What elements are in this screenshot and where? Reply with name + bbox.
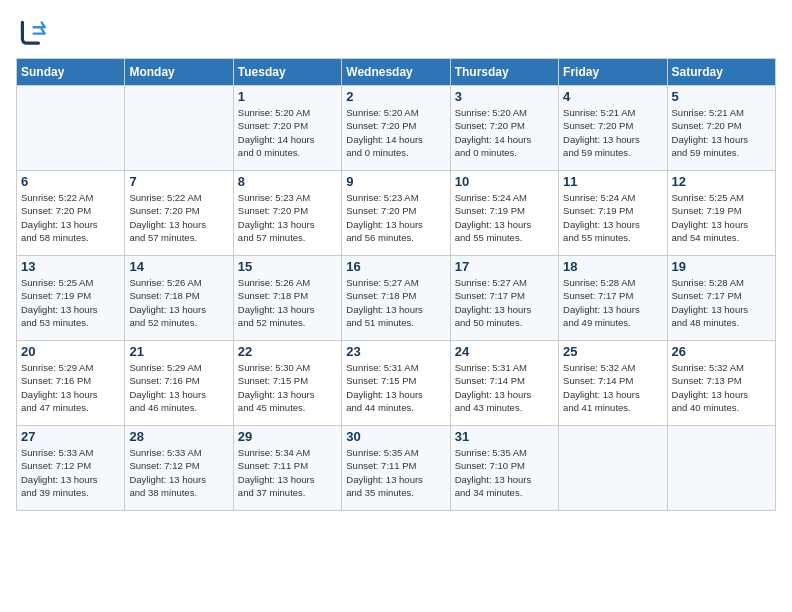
day-number: 4 bbox=[563, 89, 662, 104]
calendar-cell: 15Sunrise: 5:26 AMSunset: 7:18 PMDayligh… bbox=[233, 256, 341, 341]
day-info: Sunrise: 5:29 AMSunset: 7:16 PMDaylight:… bbox=[21, 361, 120, 414]
day-info: Sunrise: 5:28 AMSunset: 7:17 PMDaylight:… bbox=[563, 276, 662, 329]
day-number: 3 bbox=[455, 89, 554, 104]
calendar-cell: 4Sunrise: 5:21 AMSunset: 7:20 PMDaylight… bbox=[559, 86, 667, 171]
header-thursday: Thursday bbox=[450, 59, 558, 86]
calendar-cell: 2Sunrise: 5:20 AMSunset: 7:20 PMDaylight… bbox=[342, 86, 450, 171]
day-info: Sunrise: 5:32 AMSunset: 7:14 PMDaylight:… bbox=[563, 361, 662, 414]
calendar-cell: 9Sunrise: 5:23 AMSunset: 7:20 PMDaylight… bbox=[342, 171, 450, 256]
calendar-cell: 31Sunrise: 5:35 AMSunset: 7:10 PMDayligh… bbox=[450, 426, 558, 511]
day-info: Sunrise: 5:24 AMSunset: 7:19 PMDaylight:… bbox=[563, 191, 662, 244]
day-number: 15 bbox=[238, 259, 337, 274]
day-info: Sunrise: 5:20 AMSunset: 7:20 PMDaylight:… bbox=[346, 106, 445, 159]
day-info: Sunrise: 5:25 AMSunset: 7:19 PMDaylight:… bbox=[672, 191, 771, 244]
day-number: 17 bbox=[455, 259, 554, 274]
week-row-5: 27Sunrise: 5:33 AMSunset: 7:12 PMDayligh… bbox=[17, 426, 776, 511]
day-number: 31 bbox=[455, 429, 554, 444]
week-row-3: 13Sunrise: 5:25 AMSunset: 7:19 PMDayligh… bbox=[17, 256, 776, 341]
day-info: Sunrise: 5:35 AMSunset: 7:11 PMDaylight:… bbox=[346, 446, 445, 499]
day-info: Sunrise: 5:27 AMSunset: 7:18 PMDaylight:… bbox=[346, 276, 445, 329]
day-info: Sunrise: 5:25 AMSunset: 7:19 PMDaylight:… bbox=[21, 276, 120, 329]
day-number: 16 bbox=[346, 259, 445, 274]
header-sunday: Sunday bbox=[17, 59, 125, 86]
day-info: Sunrise: 5:23 AMSunset: 7:20 PMDaylight:… bbox=[346, 191, 445, 244]
day-info: Sunrise: 5:21 AMSunset: 7:20 PMDaylight:… bbox=[672, 106, 771, 159]
logo bbox=[16, 16, 52, 48]
day-info: Sunrise: 5:23 AMSunset: 7:20 PMDaylight:… bbox=[238, 191, 337, 244]
day-number: 6 bbox=[21, 174, 120, 189]
header-row: SundayMondayTuesdayWednesdayThursdayFrid… bbox=[17, 59, 776, 86]
day-info: Sunrise: 5:33 AMSunset: 7:12 PMDaylight:… bbox=[129, 446, 228, 499]
day-number: 25 bbox=[563, 344, 662, 359]
day-number: 2 bbox=[346, 89, 445, 104]
day-info: Sunrise: 5:20 AMSunset: 7:20 PMDaylight:… bbox=[455, 106, 554, 159]
day-info: Sunrise: 5:24 AMSunset: 7:19 PMDaylight:… bbox=[455, 191, 554, 244]
logo-icon bbox=[16, 16, 48, 48]
day-number: 18 bbox=[563, 259, 662, 274]
calendar-cell: 8Sunrise: 5:23 AMSunset: 7:20 PMDaylight… bbox=[233, 171, 341, 256]
day-number: 27 bbox=[21, 429, 120, 444]
day-number: 21 bbox=[129, 344, 228, 359]
day-number: 5 bbox=[672, 89, 771, 104]
day-info: Sunrise: 5:22 AMSunset: 7:20 PMDaylight:… bbox=[21, 191, 120, 244]
day-number: 14 bbox=[129, 259, 228, 274]
calendar-table: SundayMondayTuesdayWednesdayThursdayFrid… bbox=[16, 58, 776, 511]
day-info: Sunrise: 5:34 AMSunset: 7:11 PMDaylight:… bbox=[238, 446, 337, 499]
day-number: 9 bbox=[346, 174, 445, 189]
calendar-cell: 20Sunrise: 5:29 AMSunset: 7:16 PMDayligh… bbox=[17, 341, 125, 426]
day-number: 10 bbox=[455, 174, 554, 189]
calendar-cell: 23Sunrise: 5:31 AMSunset: 7:15 PMDayligh… bbox=[342, 341, 450, 426]
calendar-cell bbox=[667, 426, 775, 511]
day-info: Sunrise: 5:35 AMSunset: 7:10 PMDaylight:… bbox=[455, 446, 554, 499]
header-wednesday: Wednesday bbox=[342, 59, 450, 86]
day-number: 24 bbox=[455, 344, 554, 359]
day-info: Sunrise: 5:27 AMSunset: 7:17 PMDaylight:… bbox=[455, 276, 554, 329]
week-row-4: 20Sunrise: 5:29 AMSunset: 7:16 PMDayligh… bbox=[17, 341, 776, 426]
calendar-cell: 5Sunrise: 5:21 AMSunset: 7:20 PMDaylight… bbox=[667, 86, 775, 171]
day-number: 13 bbox=[21, 259, 120, 274]
calendar-cell: 7Sunrise: 5:22 AMSunset: 7:20 PMDaylight… bbox=[125, 171, 233, 256]
day-number: 1 bbox=[238, 89, 337, 104]
day-info: Sunrise: 5:26 AMSunset: 7:18 PMDaylight:… bbox=[129, 276, 228, 329]
calendar-cell: 1Sunrise: 5:20 AMSunset: 7:20 PMDaylight… bbox=[233, 86, 341, 171]
calendar-cell: 10Sunrise: 5:24 AMSunset: 7:19 PMDayligh… bbox=[450, 171, 558, 256]
header-tuesday: Tuesday bbox=[233, 59, 341, 86]
calendar-cell: 19Sunrise: 5:28 AMSunset: 7:17 PMDayligh… bbox=[667, 256, 775, 341]
day-info: Sunrise: 5:32 AMSunset: 7:13 PMDaylight:… bbox=[672, 361, 771, 414]
day-number: 30 bbox=[346, 429, 445, 444]
day-info: Sunrise: 5:31 AMSunset: 7:14 PMDaylight:… bbox=[455, 361, 554, 414]
calendar-cell: 3Sunrise: 5:20 AMSunset: 7:20 PMDaylight… bbox=[450, 86, 558, 171]
calendar-cell: 18Sunrise: 5:28 AMSunset: 7:17 PMDayligh… bbox=[559, 256, 667, 341]
calendar-cell: 16Sunrise: 5:27 AMSunset: 7:18 PMDayligh… bbox=[342, 256, 450, 341]
day-info: Sunrise: 5:28 AMSunset: 7:17 PMDaylight:… bbox=[672, 276, 771, 329]
header-saturday: Saturday bbox=[667, 59, 775, 86]
calendar-cell: 22Sunrise: 5:30 AMSunset: 7:15 PMDayligh… bbox=[233, 341, 341, 426]
day-info: Sunrise: 5:22 AMSunset: 7:20 PMDaylight:… bbox=[129, 191, 228, 244]
day-number: 26 bbox=[672, 344, 771, 359]
day-info: Sunrise: 5:31 AMSunset: 7:15 PMDaylight:… bbox=[346, 361, 445, 414]
calendar-cell bbox=[125, 86, 233, 171]
day-info: Sunrise: 5:29 AMSunset: 7:16 PMDaylight:… bbox=[129, 361, 228, 414]
calendar-cell: 13Sunrise: 5:25 AMSunset: 7:19 PMDayligh… bbox=[17, 256, 125, 341]
week-row-1: 1Sunrise: 5:20 AMSunset: 7:20 PMDaylight… bbox=[17, 86, 776, 171]
day-number: 19 bbox=[672, 259, 771, 274]
calendar-cell: 27Sunrise: 5:33 AMSunset: 7:12 PMDayligh… bbox=[17, 426, 125, 511]
day-info: Sunrise: 5:26 AMSunset: 7:18 PMDaylight:… bbox=[238, 276, 337, 329]
calendar-cell: 14Sunrise: 5:26 AMSunset: 7:18 PMDayligh… bbox=[125, 256, 233, 341]
calendar-cell bbox=[559, 426, 667, 511]
calendar-cell: 12Sunrise: 5:25 AMSunset: 7:19 PMDayligh… bbox=[667, 171, 775, 256]
day-info: Sunrise: 5:33 AMSunset: 7:12 PMDaylight:… bbox=[21, 446, 120, 499]
calendar-cell: 17Sunrise: 5:27 AMSunset: 7:17 PMDayligh… bbox=[450, 256, 558, 341]
day-info: Sunrise: 5:30 AMSunset: 7:15 PMDaylight:… bbox=[238, 361, 337, 414]
header-monday: Monday bbox=[125, 59, 233, 86]
calendar-cell: 25Sunrise: 5:32 AMSunset: 7:14 PMDayligh… bbox=[559, 341, 667, 426]
calendar-cell: 11Sunrise: 5:24 AMSunset: 7:19 PMDayligh… bbox=[559, 171, 667, 256]
day-number: 7 bbox=[129, 174, 228, 189]
page-header bbox=[16, 16, 776, 48]
calendar-cell: 24Sunrise: 5:31 AMSunset: 7:14 PMDayligh… bbox=[450, 341, 558, 426]
header-friday: Friday bbox=[559, 59, 667, 86]
day-number: 8 bbox=[238, 174, 337, 189]
calendar-cell: 28Sunrise: 5:33 AMSunset: 7:12 PMDayligh… bbox=[125, 426, 233, 511]
day-number: 28 bbox=[129, 429, 228, 444]
calendar-cell: 30Sunrise: 5:35 AMSunset: 7:11 PMDayligh… bbox=[342, 426, 450, 511]
